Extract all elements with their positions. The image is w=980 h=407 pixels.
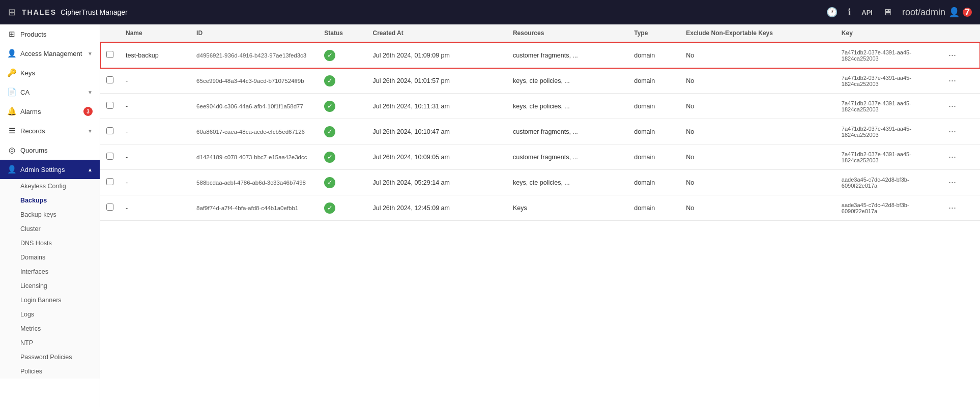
more-actions-button[interactable]: ··· xyxy=(945,176,959,189)
row-type: domain xyxy=(628,170,680,195)
more-actions-button[interactable]: ··· xyxy=(945,49,959,62)
alarms-badge: 3 xyxy=(83,107,93,116)
row-actions-cell[interactable]: ··· xyxy=(939,170,980,195)
keys-icon: 🔑 xyxy=(7,68,16,77)
row-uuid: 588bcdaa-acbf-4786-ab6d-3c33a46b7498 xyxy=(190,170,318,195)
sidebar-label-ca: CA xyxy=(20,89,88,96)
row-actions-cell[interactable]: ··· xyxy=(939,144,980,170)
sidebar-item-alarms[interactable]: 🔔 Alarms 3 xyxy=(0,102,100,121)
submenu-backups[interactable]: Backups xyxy=(0,193,100,208)
submenu-akeyless-config[interactable]: Akeyless Config xyxy=(0,179,100,193)
submenu-domains[interactable]: Domains xyxy=(0,250,100,265)
sidebar-item-records[interactable]: ☰ Records ▼ xyxy=(0,121,100,140)
submenu-password-policies[interactable]: Password Policies xyxy=(0,350,100,364)
row-exclude: No xyxy=(680,119,835,144)
ca-chevron-down-icon: ▼ xyxy=(88,90,93,95)
row-exclude: No xyxy=(680,170,835,195)
table-row: - 8af9f74d-a7f4-4bfa-afd8-c44b1a0efbb1 ✓… xyxy=(100,195,980,221)
submenu-licensing[interactable]: Licensing xyxy=(0,279,100,293)
alarms-icon: 🔔 xyxy=(7,107,16,116)
th-type: Type xyxy=(628,24,680,42)
table-row: - 65ce990d-48a3-44c3-9acd-b7107524ff9b ✓… xyxy=(100,68,980,94)
row-exclude: No xyxy=(680,68,835,94)
table-row: - 588bcdaa-acbf-4786-ab6d-3c33a46b7498 ✓… xyxy=(100,170,980,195)
user-info[interactable]: root/admin 👤 7 xyxy=(902,7,972,18)
submenu-cluster[interactable]: Cluster xyxy=(0,222,100,236)
submenu-ntp[interactable]: NTP xyxy=(0,336,100,350)
more-actions-button[interactable]: ··· xyxy=(945,100,959,112)
ca-icon: 📄 xyxy=(7,88,16,97)
user-icon: 👤 xyxy=(948,7,960,18)
more-actions-button[interactable]: ··· xyxy=(945,74,959,87)
submenu-interfaces[interactable]: Interfaces xyxy=(0,265,100,279)
row-status: ✓ xyxy=(318,94,366,119)
more-actions-button[interactable]: ··· xyxy=(945,201,959,214)
row-actions-cell[interactable]: ··· xyxy=(939,195,980,221)
row-status: ✓ xyxy=(318,144,366,170)
th-checkbox xyxy=(100,24,120,42)
submenu-login-banners[interactable]: Login Banners xyxy=(0,293,100,307)
notifications-icon[interactable]: 🖥 xyxy=(883,7,892,18)
sidebar-item-products[interactable]: ⊞ Products xyxy=(0,24,100,44)
row-exclude: No xyxy=(680,42,835,68)
row-checkbox-cell[interactable] xyxy=(100,170,120,195)
more-actions-button[interactable]: ··· xyxy=(945,125,959,138)
row-created-at: Jul 26th 2024, 12:45:09 am xyxy=(366,195,506,221)
row-exclude: No xyxy=(680,144,835,170)
sidebar-item-keys[interactable]: 🔑 Keys xyxy=(0,63,100,82)
row-actions-cell[interactable]: ··· xyxy=(939,94,980,119)
info-icon[interactable]: ℹ xyxy=(848,7,851,18)
row-status: ✓ xyxy=(318,195,366,221)
row-actions-cell[interactable]: ··· xyxy=(939,119,980,144)
clock-icon[interactable]: 🕐 xyxy=(826,7,838,18)
status-success-icon: ✓ xyxy=(324,126,335,137)
sidebar-label-quorums: Quorums xyxy=(20,147,93,154)
submenu-backup-keys[interactable]: Backup keys xyxy=(0,208,100,222)
sidebar-item-access-management[interactable]: 👤 Access Management ▼ xyxy=(0,44,100,63)
th-actions xyxy=(939,24,980,42)
row-checkbox[interactable] xyxy=(106,204,113,211)
th-status: Status xyxy=(318,24,366,42)
table-body: test-backup d4956921-936d-4916-b423-97ae… xyxy=(100,42,980,221)
api-button[interactable]: API xyxy=(861,9,873,16)
row-checkbox[interactable] xyxy=(106,102,113,109)
row-checkbox[interactable] xyxy=(106,127,113,134)
row-checkbox[interactable] xyxy=(106,76,113,83)
row-type: domain xyxy=(628,42,680,68)
row-checkbox-cell[interactable] xyxy=(100,68,120,94)
row-checkbox-cell[interactable] xyxy=(100,144,120,170)
row-checkbox-cell[interactable] xyxy=(100,119,120,144)
status-success-icon: ✓ xyxy=(324,177,335,188)
row-checkbox[interactable] xyxy=(106,178,113,185)
submenu-dns-hosts[interactable]: DNS Hosts xyxy=(0,236,100,250)
row-name: - xyxy=(120,119,190,144)
submenu-logs[interactable]: Logs xyxy=(0,307,100,322)
row-name: - xyxy=(120,170,190,195)
table-header-row: Name ID Status Created At Resources Type… xyxy=(100,24,980,42)
row-checkbox-cell[interactable] xyxy=(100,94,120,119)
grid-icon[interactable]: ⊞ xyxy=(8,7,16,18)
row-resources: keys, cte policies, ... xyxy=(507,68,628,94)
row-exclude: No xyxy=(680,195,835,221)
row-resources: customer fragments, ... xyxy=(507,144,628,170)
row-checkbox[interactable] xyxy=(106,153,113,160)
row-actions-cell[interactable]: ··· xyxy=(939,42,980,68)
row-key: 7a471db2-037e-4391-aa45-1824ca252003 xyxy=(835,42,939,68)
row-checkbox[interactable] xyxy=(106,51,113,58)
row-actions-cell[interactable]: ··· xyxy=(939,68,980,94)
row-checkbox-cell[interactable] xyxy=(100,195,120,221)
sidebar-item-ca[interactable]: 📄 CA ▼ xyxy=(0,82,100,102)
quorums-icon: ◎ xyxy=(7,146,16,155)
row-key: aade3a45-c7dc-42d8-bf3b-6090f22e017a xyxy=(835,195,939,221)
more-actions-button[interactable]: ··· xyxy=(945,151,959,163)
row-name: - xyxy=(120,68,190,94)
row-status: ✓ xyxy=(318,119,366,144)
row-created-at: Jul 26th 2024, 01:01:57 pm xyxy=(366,68,506,94)
submenu-policies[interactable]: Policies xyxy=(0,364,100,379)
row-type: domain xyxy=(628,195,680,221)
sidebar-item-quorums[interactable]: ◎ Quorums xyxy=(0,140,100,160)
submenu-metrics[interactable]: Metrics xyxy=(0,322,100,336)
row-checkbox-cell[interactable] xyxy=(100,42,120,68)
access-management-icon: 👤 xyxy=(7,49,16,58)
sidebar-item-admin-settings[interactable]: 👤 Admin Settings ▲ xyxy=(0,160,100,179)
